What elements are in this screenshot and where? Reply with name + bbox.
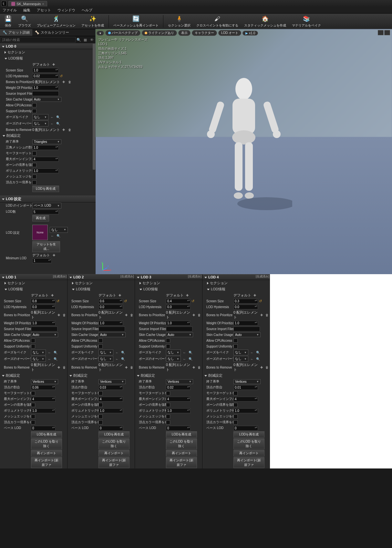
- add-icon[interactable]: ✚: [185, 293, 190, 297]
- mesh-edge-checkbox[interactable]: [98, 414, 103, 419]
- skin-cache-dropdown[interactable]: Auto▼: [31, 332, 58, 337]
- add-icon[interactable]: ✚: [252, 293, 257, 297]
- triangle-ratio-input[interactable]: 1.0▴▾: [32, 145, 59, 150]
- end-criteria-dropdown[interactable]: Triangles▼: [32, 139, 61, 144]
- add-icon[interactable]: ✚: [57, 365, 61, 370]
- lod-hysteresis-input[interactable]: 0.0▴▾: [233, 305, 258, 309]
- weight-input[interactable]: 1.0▴▾: [98, 321, 123, 326]
- lod-hysteresis-input[interactable]: 0.0▴▾: [98, 305, 123, 309]
- allow-cpu-checkbox[interactable]: [166, 338, 170, 343]
- allow-cpu-checkbox[interactable]: [233, 338, 238, 343]
- menu-asset[interactable]: アセット: [36, 7, 52, 13]
- weight-input[interactable]: 1.0▴▾: [233, 321, 258, 326]
- details-search-input[interactable]: [1, 37, 76, 43]
- support-uni-checkbox[interactable]: [32, 109, 36, 113]
- support-uni-checkbox[interactable]: [166, 344, 170, 349]
- add-icon[interactable]: ✚: [117, 293, 122, 297]
- vertex-ratio-input[interactable]: 0.02▴▾: [166, 385, 191, 390]
- lod-count-input[interactable]: 5▴▾: [32, 210, 59, 214]
- trash-icon[interactable]: 🗑: [62, 313, 67, 317]
- mesh-edge-checkbox[interactable]: [32, 175, 36, 179]
- base-lod-input[interactable]: 0▴▾: [98, 426, 123, 431]
- back-arrow-icon[interactable]: ←: [50, 234, 55, 238]
- search-icon[interactable]: 🔍: [188, 357, 193, 361]
- bone-boundary-checkbox[interactable]: [98, 403, 103, 407]
- end-criteria-dropdown[interactable]: Vertices▼: [233, 379, 261, 384]
- source-import-input[interactable]: [98, 327, 125, 331]
- viewport-perspective-pill[interactable]: パースペクティブ: [105, 30, 140, 36]
- search-icon[interactable]: 🔍: [53, 357, 58, 361]
- lod-info-toggle[interactable]: LOD情報: [0, 286, 67, 292]
- lod-header[interactable]: LOD 2[生成済み]: [67, 274, 135, 280]
- bone-boundary-checkbox[interactable]: [32, 163, 36, 167]
- details-scrollbar[interactable]: [92, 43, 96, 274]
- pose-overlap-dropdown[interactable]: なし▼: [32, 121, 48, 126]
- add-icon[interactable]: ✚: [259, 365, 264, 370]
- remove-lod-button[interactable]: このLOD を取り除く: [233, 438, 264, 449]
- asset-tab[interactable]: SK_Mannequin ×: [8, 1, 47, 6]
- reimport-new-button[interactable]: 再インポート(新規ファ: [233, 457, 264, 468]
- section-toggle[interactable]: セクション: [135, 280, 202, 286]
- vertex-color-checkbox[interactable]: [98, 420, 103, 424]
- remove-lod-button[interactable]: このLOD を取り除く: [31, 438, 62, 449]
- add-icon[interactable]: ✚: [124, 365, 129, 370]
- lod-hysteresis-input[interactable]: 0.0▴▾: [166, 305, 191, 309]
- toolbar-make-static-mesh[interactable]: 🏠スタティックメッシュを作成: [242, 14, 288, 28]
- support-uni-checkbox[interactable]: [31, 344, 35, 349]
- allow-cpu-checkbox[interactable]: [31, 338, 35, 343]
- reset-icon[interactable]: ↺: [60, 74, 63, 78]
- search-icon[interactable]: 🔍: [120, 357, 126, 361]
- section-toggle[interactable]: セクション: [0, 280, 67, 286]
- lod-thumbnail[interactable]: None: [32, 225, 48, 240]
- max-bone-input[interactable]: 4▴▾: [32, 157, 59, 162]
- viewport-layout-icon[interactable]: [384, 30, 390, 35]
- reimport-button[interactable]: 再インポート: [31, 450, 62, 457]
- base-lod-input[interactable]: 0▴▾: [166, 426, 191, 431]
- back-arrow-icon[interactable]: ←: [114, 357, 119, 361]
- trash-icon[interactable]: 🗑: [67, 80, 72, 84]
- weight-input[interactable]: 1.0▴▾: [31, 321, 56, 326]
- search-icon[interactable]: 🔍: [53, 350, 58, 355]
- tab-asset-details[interactable]: 🔧アセット詳細: [0, 29, 32, 36]
- pose-bake-dropdown[interactable]: なし▼: [166, 349, 181, 355]
- toolbar-reimport-base[interactable]: 🔄ベースメッシュを再インポート: [111, 14, 160, 28]
- search-icon[interactable]: 🔍: [255, 350, 261, 355]
- reduction-toggle[interactable]: 削減設定: [135, 372, 202, 379]
- regenerate-lod-button[interactable]: LODを再生成: [32, 186, 59, 192]
- bone-boundary-checkbox[interactable]: [31, 403, 35, 407]
- morph-target-checkbox[interactable]: [233, 391, 238, 395]
- trash-icon[interactable]: 🗑: [197, 313, 201, 317]
- pose-bake-dropdown[interactable]: なし▼: [98, 349, 113, 355]
- end-criteria-dropdown[interactable]: Vertices▼: [166, 379, 193, 384]
- vertex-color-checkbox[interactable]: [32, 180, 36, 185]
- trash-icon[interactable]: 🗑: [129, 365, 134, 370]
- volumetric-input[interactable]: 1.0▴▾: [32, 168, 59, 173]
- tab-skeleton-tree[interactable]: 🦴スケルトンツリー: [32, 29, 72, 36]
- remove-lod-button[interactable]: このLOD を取り除く: [98, 438, 129, 449]
- allow-cpu-checkbox[interactable]: [98, 338, 103, 343]
- add-icon[interactable]: ✚: [259, 313, 264, 317]
- regenerate-lod-button[interactable]: LODを再生成: [31, 431, 62, 438]
- viewport-options-dropdown[interactable]: ▾: [97, 31, 104, 36]
- trash-icon[interactable]: 🗑: [67, 127, 72, 132]
- max-bone-input[interactable]: 4▴▾: [233, 397, 258, 402]
- back-arrow-icon[interactable]: ←: [49, 115, 55, 119]
- reimport-button[interactable]: 再インポート: [166, 450, 197, 457]
- pose-bake-dropdown[interactable]: なし▼: [233, 349, 248, 355]
- volumetric-input[interactable]: 1.0▴▾: [31, 408, 56, 413]
- mesh-edge-checkbox[interactable]: [233, 414, 238, 419]
- base-lod-input[interactable]: 0▴▾: [233, 426, 258, 431]
- add-icon[interactable]: ✚: [50, 293, 55, 297]
- regenerate-lod-button[interactable]: LODを再生成: [98, 431, 129, 438]
- eye-icon[interactable]: 👁: [88, 38, 95, 42]
- pose-bake-dropdown[interactable]: なし▼: [31, 349, 46, 355]
- reduction-toggle[interactable]: 削減設定: [0, 133, 96, 139]
- add-icon[interactable]: ✚: [57, 313, 61, 317]
- search-icon[interactable]: 🔍: [56, 115, 61, 119]
- add-icon[interactable]: ✚: [61, 80, 66, 84]
- trash-icon[interactable]: 🗑: [62, 365, 67, 370]
- toolbar-save[interactable]: 💾保存: [2, 14, 14, 28]
- support-uni-checkbox[interactable]: [233, 344, 238, 349]
- back-arrow-icon[interactable]: ←: [47, 350, 52, 355]
- menu-window[interactable]: ウィンドウ: [56, 7, 77, 13]
